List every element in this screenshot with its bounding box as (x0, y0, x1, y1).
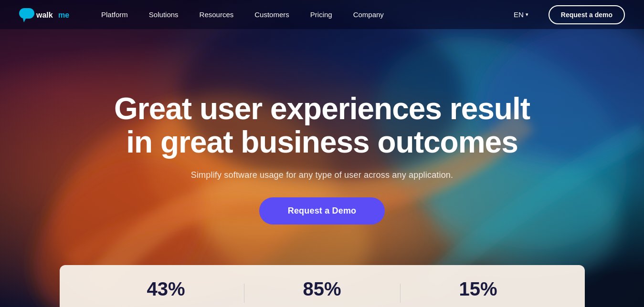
walkme-logo-svg: walk me (19, 6, 72, 23)
svg-text:walk: walk (36, 11, 53, 19)
svg-marker-9 (23, 19, 26, 22)
nav-resources[interactable]: Resources (189, 0, 244, 29)
logo[interactable]: walk me (19, 6, 72, 23)
svg-rect-8 (19, 8, 34, 19)
nav-platform[interactable]: Platform (91, 0, 138, 29)
stat-value-2: 85% (303, 279, 341, 298)
stat-item-1: 43% (88, 279, 244, 298)
hero-content: Great user experiences result in great b… (79, 92, 566, 225)
navbar: walk me Platform Solutions Resources Cus… (0, 0, 644, 29)
stat-value-3: 15% (459, 279, 497, 298)
hero-title: Great user experiences result in great b… (107, 92, 537, 159)
hero-subtitle: Simplify software usage for any type of … (107, 170, 537, 180)
hero-request-demo-button[interactable]: Request a Demo (259, 197, 385, 225)
nav-links: Platform Solutions Resources Customers P… (91, 0, 503, 29)
chevron-down-icon: ▾ (526, 11, 528, 18)
stat-value-1: 43% (147, 279, 185, 298)
nav-language-selector[interactable]: EN ▾ (503, 10, 539, 19)
stats-bar: 43% 85% 15% (60, 265, 585, 307)
nav-company[interactable]: Company (343, 0, 394, 29)
nav-customers[interactable]: Customers (244, 0, 300, 29)
nav-request-demo-button[interactable]: Request a demo (549, 5, 625, 24)
nav-pricing[interactable]: Pricing (300, 0, 343, 29)
svg-text:me: me (58, 11, 69, 19)
stat-item-2: 85% (244, 279, 400, 298)
stat-item-3: 15% (401, 279, 556, 298)
hero-section: walk me Platform Solutions Resources Cus… (0, 0, 644, 307)
nav-solutions[interactable]: Solutions (138, 0, 189, 29)
